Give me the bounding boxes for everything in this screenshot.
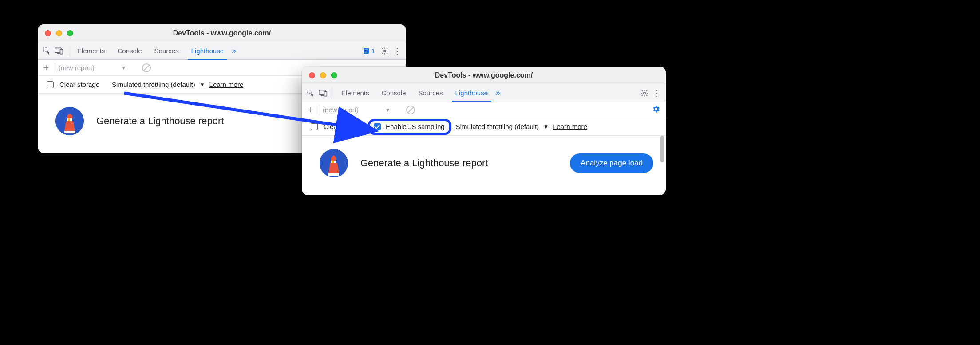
enable-js-sampling-label: Enable JS sampling (386, 123, 445, 130)
lighthouse-logo-icon (320, 149, 348, 177)
new-report-icon[interactable]: + (41, 62, 51, 74)
report-selector[interactable]: (new report) ▼ (59, 64, 138, 71)
settings-gear-icon[interactable] (379, 45, 391, 57)
scrollbar-thumb[interactable] (660, 136, 664, 162)
learn-more-link[interactable]: Learn more (553, 123, 587, 130)
window-titlebar: DevTools - www.google.com/ (38, 24, 406, 42)
svg-rect-11 (308, 90, 311, 94)
traffic-lights (38, 30, 73, 36)
enable-js-sampling-checkbox[interactable] (374, 123, 381, 130)
more-tabs-icon[interactable]: » (494, 84, 502, 102)
devtools-tabstrip: Elements Console Sources Lighthouse » ⋮ (302, 84, 666, 102)
more-tabs-icon[interactable]: » (230, 42, 238, 60)
svg-point-7 (384, 50, 386, 52)
settings-gear-icon[interactable] (638, 87, 651, 99)
tab-elements[interactable]: Elements (71, 42, 111, 60)
devtools-tabstrip: Elements Console Sources Lighthouse » 1 … (38, 42, 406, 60)
inspect-element-icon[interactable] (40, 45, 53, 57)
svg-rect-10 (68, 118, 70, 121)
throttling-dropdown-icon[interactable]: ▼ (543, 124, 549, 130)
window-titlebar: DevTools - www.google.com/ (302, 67, 666, 84)
lighthouse-settings-gear-icon[interactable] (652, 105, 660, 115)
separator (55, 63, 55, 73)
clear-storage-label: Clear storage (59, 81, 99, 88)
dropdown-triangle-icon: ▼ (121, 65, 126, 71)
svg-rect-5 (364, 51, 368, 51)
device-toolbar-icon[interactable] (317, 87, 329, 99)
maximize-window-icon[interactable] (67, 30, 73, 36)
kebab-menu-icon[interactable]: ⋮ (651, 87, 663, 99)
maximize-window-icon[interactable] (331, 72, 337, 78)
window-title: DevTools - www.google.com/ (302, 71, 666, 79)
new-report-icon[interactable]: + (305, 104, 315, 116)
svg-rect-4 (364, 49, 368, 50)
svg-rect-17 (332, 161, 334, 163)
lighthouse-heading: Generate a Lighthouse report (360, 157, 557, 169)
clear-storage-checkbox[interactable] (311, 123, 318, 130)
lighthouse-toolbar: + (new report) ▼ (302, 102, 666, 118)
dropdown-triangle-icon: ▼ (385, 107, 391, 113)
kebab-menu-icon[interactable]: ⋮ (391, 45, 403, 57)
svg-rect-13 (324, 91, 327, 96)
devtools-window-after: DevTools - www.google.com/ Elements Cons… (302, 67, 666, 195)
throttling-label: Simulated throttling (default) (456, 123, 539, 130)
clear-reports-icon[interactable] (142, 63, 151, 72)
svg-rect-0 (43, 48, 47, 51)
device-toolbar-icon[interactable] (53, 45, 65, 57)
issues-counter[interactable]: 1 (359, 47, 379, 55)
separator (332, 88, 332, 98)
tab-sources[interactable]: Sources (412, 84, 449, 102)
enable-js-sampling-highlight: Enable JS sampling (368, 119, 451, 135)
report-selector-label: (new report) (59, 64, 95, 71)
clear-reports-icon[interactable] (406, 106, 415, 114)
tab-lighthouse[interactable]: Lighthouse (185, 42, 230, 60)
close-window-icon[interactable] (309, 72, 315, 78)
analyze-page-load-button[interactable]: Analyze page load (570, 153, 653, 173)
minimize-window-icon[interactable] (320, 72, 326, 78)
tab-console[interactable]: Console (111, 42, 148, 60)
inspect-element-icon[interactable] (304, 87, 317, 99)
clear-storage-label: Clear storage (324, 123, 364, 130)
clear-storage-checkbox[interactable] (47, 81, 54, 88)
separator (68, 46, 68, 56)
report-selector-label: (new report) (323, 106, 359, 114)
lighthouse-logo-icon (55, 107, 84, 135)
svg-rect-2 (60, 49, 63, 54)
svg-rect-6 (364, 52, 366, 52)
traffic-lights (302, 72, 337, 78)
lighthouse-options-bar: Clear storage Enable JS sampling Simulat… (302, 118, 666, 136)
close-window-icon[interactable] (45, 30, 51, 36)
report-selector[interactable]: (new report) ▼ (323, 106, 403, 114)
tab-elements[interactable]: Elements (335, 84, 375, 102)
tab-sources[interactable]: Sources (148, 42, 185, 60)
throttling-label: Simulated throttling (default) (112, 81, 195, 88)
learn-more-link[interactable]: Learn more (209, 81, 244, 88)
lighthouse-start-panel: Generate a Lighthouse report Analyze pag… (302, 136, 666, 195)
tab-console[interactable]: Console (375, 84, 412, 102)
issues-count: 1 (371, 47, 375, 55)
separator (319, 105, 319, 115)
window-title: DevTools - www.google.com/ (38, 29, 406, 37)
minimize-window-icon[interactable] (56, 30, 62, 36)
svg-point-14 (644, 92, 646, 94)
throttling-dropdown-icon[interactable]: ▼ (200, 82, 205, 88)
tab-lighthouse[interactable]: Lighthouse (449, 84, 494, 102)
